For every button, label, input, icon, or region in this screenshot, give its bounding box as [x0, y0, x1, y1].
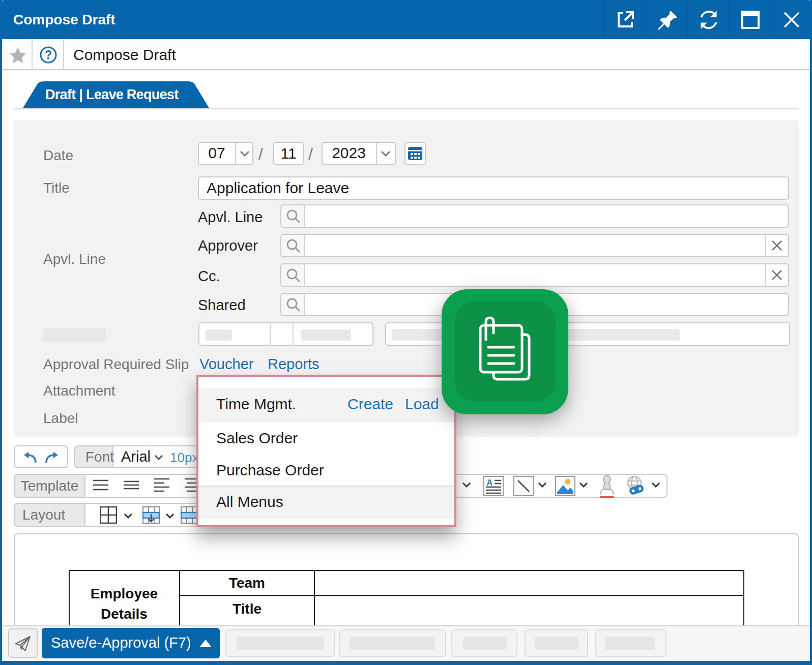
svg-text:?: ? — [45, 48, 52, 62]
svg-text:A: A — [486, 478, 492, 488]
